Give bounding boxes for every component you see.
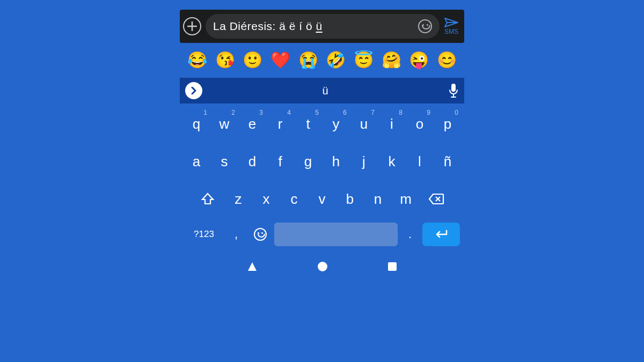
key-f[interactable]: f: [266, 145, 294, 178]
key-z[interactable]: z: [224, 183, 252, 215]
emoji-option[interactable]: 🤣: [326, 50, 346, 69]
key-r[interactable]: r4: [266, 108, 294, 140]
svg-rect-0: [451, 84, 456, 92]
emoji-option[interactable]: ❤️: [270, 50, 290, 69]
send-icon: [444, 17, 459, 28]
nav-recent-icon[interactable]: [387, 262, 397, 271]
enter-key[interactable]: [422, 223, 460, 246]
suggestion-bar: ü: [180, 78, 464, 104]
key-t[interactable]: t5: [294, 108, 322, 140]
emoji-option[interactable]: 😘: [215, 50, 235, 69]
key-x[interactable]: x: [252, 183, 280, 215]
key-h[interactable]: h: [322, 145, 350, 178]
shift-key[interactable]: [191, 183, 224, 215]
key-q[interactable]: q1: [182, 108, 210, 140]
emoji-option[interactable]: 😊: [437, 50, 457, 69]
key-row-3: z x c v b n m: [182, 183, 462, 215]
emoji-option[interactable]: 🤗: [382, 50, 401, 69]
key-d[interactable]: d: [238, 145, 266, 178]
key-v[interactable]: v: [308, 183, 336, 215]
emoji-icon: [254, 228, 267, 241]
emoji-option[interactable]: 🙂: [243, 50, 262, 69]
keyboard: q1 w2 e3 r4 t5 y6 u7 i8 o9 p0 a s d f g …: [180, 104, 464, 248]
expand-suggestions-button[interactable]: [185, 82, 202, 99]
enter-icon: [434, 230, 449, 239]
key-s[interactable]: s: [210, 145, 238, 178]
period-key[interactable]: .: [400, 220, 420, 248]
send-label: SMS: [444, 28, 458, 35]
key-e[interactable]: e3: [238, 108, 266, 140]
phone-mock: La Diéresis: ä ë í ö ü SMS 😂 😘 🙂 ❤️ 😭 🤣 …: [180, 10, 464, 272]
compose-bar: La Diéresis: ä ë í ö ü SMS: [180, 10, 464, 43]
key-j[interactable]: j: [350, 145, 378, 178]
emoji-option[interactable]: 😜: [409, 50, 429, 69]
key-a[interactable]: a: [182, 145, 210, 178]
key-c[interactable]: c: [280, 183, 308, 215]
android-nav-bar: [180, 258, 464, 272]
key-y[interactable]: y6: [322, 108, 350, 140]
shift-icon: [201, 192, 215, 206]
chevron-right-icon: [191, 87, 197, 94]
key-g[interactable]: g: [294, 145, 322, 178]
space-key[interactable]: [274, 223, 398, 246]
key-l[interactable]: l: [406, 145, 434, 178]
key-p[interactable]: p0: [434, 108, 462, 140]
symbols-key[interactable]: ?123: [184, 220, 224, 248]
key-o[interactable]: o9: [406, 108, 434, 140]
emoji-suggestion-strip: 😂 😘 🙂 ❤️ 😭 🤣 😇 🤗 😜 😊: [180, 50, 464, 69]
key-i[interactable]: i8: [378, 108, 406, 140]
emoji-option[interactable]: 😭: [298, 50, 318, 69]
nav-home-icon[interactable]: [317, 261, 328, 272]
svg-point-1: [318, 262, 327, 271]
key-u[interactable]: u7: [350, 108, 378, 140]
suggestion-text[interactable]: ü: [202, 85, 448, 97]
input-emoji-icon[interactable]: [418, 19, 432, 33]
mic-icon[interactable]: [448, 83, 459, 98]
nav-back-icon[interactable]: [247, 261, 258, 272]
comma-key[interactable]: ,: [226, 220, 246, 248]
key-n[interactable]: n: [364, 183, 392, 215]
key-b[interactable]: b: [336, 183, 364, 215]
key-row-2: a s d f g h j k l ñ: [182, 145, 462, 178]
key-w[interactable]: w2: [210, 108, 238, 140]
backspace-icon: [428, 193, 444, 205]
svg-rect-2: [388, 262, 397, 271]
backspace-key[interactable]: [420, 183, 453, 215]
emoji-key[interactable]: [248, 220, 272, 248]
message-input-pill[interactable]: La Diéresis: ä ë í ö ü: [206, 14, 440, 39]
attach-plus-button[interactable]: [183, 17, 201, 35]
emoji-option[interactable]: 😂: [187, 50, 207, 69]
key-k[interactable]: k: [378, 145, 406, 178]
key-m[interactable]: m: [392, 183, 420, 215]
key-row-1: q1 w2 e3 r4 t5 y6 u7 i8 o9 p0: [182, 108, 462, 140]
message-input-text: La Diéresis: ä ë í ö ü: [213, 20, 414, 33]
key-enye[interactable]: ñ: [434, 145, 462, 178]
emoji-option[interactable]: 😇: [354, 50, 374, 69]
send-button[interactable]: SMS: [444, 17, 461, 35]
key-row-bottom: ?123 , .: [182, 220, 462, 248]
